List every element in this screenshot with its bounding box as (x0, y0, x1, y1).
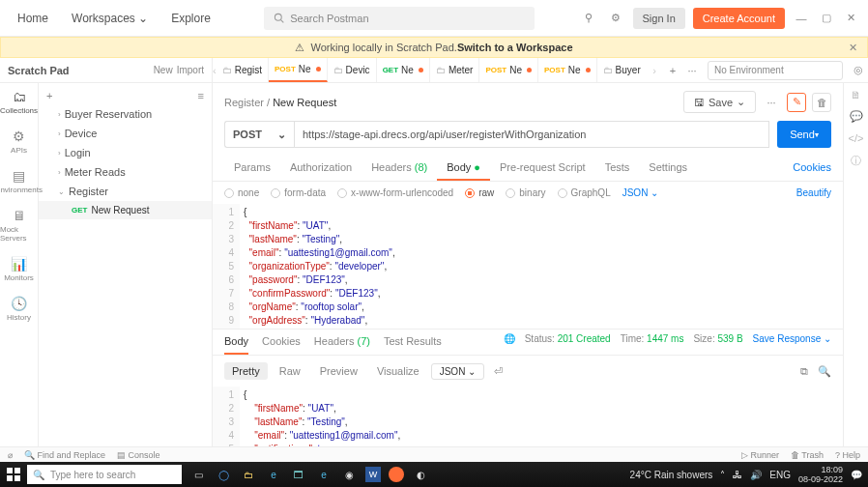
resp-type-select[interactable]: JSON ⌄ (431, 363, 484, 380)
save-response-button[interactable]: Save Response ⌄ (753, 333, 831, 344)
window-minimize[interactable]: — (793, 10, 810, 27)
tb-postman[interactable] (389, 467, 404, 482)
tab-more[interactable]: ··· (682, 61, 702, 80)
tb-edge[interactable]: e (265, 466, 282, 483)
resp-tab-body[interactable]: Body (224, 335, 248, 355)
body-type-select[interactable]: JSON ⌄ (622, 187, 658, 198)
tb-cortana[interactable]: ◯ (215, 466, 232, 483)
trash[interactable]: 🗑 Trash (791, 450, 824, 460)
request-tab[interactable]: 🗀Meter (430, 58, 480, 82)
taskbar-search[interactable]: 🔍Type here to search (27, 465, 182, 484)
settings-icon[interactable]: ⚙ (606, 9, 625, 28)
body-none[interactable]: none (224, 187, 259, 198)
window-close[interactable]: ✕ (843, 10, 860, 27)
beautify-button[interactable]: Beautify (796, 187, 831, 198)
resp-tab-cookies[interactable]: Cookies (262, 335, 301, 355)
tb-app[interactable]: ◐ (412, 466, 429, 483)
clock[interactable]: 18:0908-09-2022 (798, 465, 843, 484)
windows-start[interactable] (0, 468, 27, 481)
tb-explorer[interactable]: 🗀 (240, 466, 257, 483)
tray-up-icon[interactable]: ˄ (720, 470, 725, 480)
request-tab[interactable]: POSTNe (538, 58, 597, 82)
view-visualize[interactable]: Visualize (369, 362, 427, 380)
invite-icon[interactable]: ⚲ (579, 9, 598, 28)
tree-item[interactable]: ›Meter Reads (39, 162, 212, 182)
info-icon[interactable]: ⓘ (851, 154, 861, 168)
more-actions[interactable]: ··· (762, 93, 781, 112)
tray-lang[interactable]: ENG (769, 470, 791, 480)
code-icon[interactable]: </> (849, 132, 864, 144)
body-binary[interactable]: binary (506, 187, 545, 198)
tab-body[interactable]: Body ● (437, 156, 490, 181)
tab-settings[interactable]: Settings (639, 156, 697, 181)
tray-network-icon[interactable]: 🖧 (733, 470, 742, 480)
tree-item[interactable]: ⌄Register (39, 182, 212, 201)
tab-next[interactable]: › (646, 65, 663, 76)
tree-filter-icon[interactable]: ≡ (198, 90, 204, 101)
find-replace[interactable]: 🔍 Find and Replace (24, 450, 105, 460)
response-body-editor[interactable]: 1234567891011 { "firstName": "UAT", "las… (213, 387, 843, 446)
tb-word[interactable]: W (365, 467, 381, 482)
tab-params[interactable]: Params (224, 156, 280, 181)
url-input[interactable] (294, 121, 769, 148)
nav-workspaces[interactable]: Workspaces ⌄ (62, 6, 158, 31)
tab-add[interactable]: + (663, 61, 682, 80)
cookies-link[interactable]: Cookies (793, 161, 831, 173)
sidebar-history[interactable]: 🕓History (7, 296, 31, 322)
weather[interactable]: 24°C Rain showers (630, 470, 713, 480)
sidebar-monitors[interactable]: 📊Monitors (4, 256, 34, 282)
tb-taskview[interactable]: ▭ (189, 466, 207, 483)
request-tab[interactable]: POSTNe (269, 58, 328, 82)
import-button[interactable]: Import (177, 65, 204, 75)
send-button[interactable]: Send ▾ (777, 121, 831, 148)
tree-sub-new-request[interactable]: GET New Request (39, 201, 212, 219)
docs-icon[interactable]: 🗎 (851, 89, 861, 100)
sign-in-button[interactable]: Sign In (633, 8, 685, 29)
runner[interactable]: ▷ Runner (741, 450, 779, 460)
tb-mail[interactable]: 🗖 (290, 466, 307, 483)
env-eye-icon[interactable]: ◎ (849, 61, 868, 80)
sidebar-environments[interactable]: ▤Environments (0, 168, 43, 194)
body-raw[interactable]: raw (465, 187, 494, 198)
copy-icon[interactable]: ⧉ (800, 365, 808, 378)
request-tab[interactable]: 🗀Buyer (597, 58, 646, 82)
sidebar-apis[interactable]: ⚙APIs (11, 129, 27, 155)
tab-headers[interactable]: Headers (8) (362, 156, 437, 181)
tree-item[interactable]: ›Buyer Reservation (39, 104, 212, 124)
notifications-icon[interactable]: 💬 (851, 470, 862, 480)
tree-item[interactable]: ›Device (39, 124, 212, 143)
window-maximize[interactable]: ▢ (818, 10, 835, 27)
search-input[interactable]: Search Postman (264, 7, 535, 30)
sidebar-mock-servers[interactable]: 🖥Mock Servers (0, 208, 38, 243)
tree-item[interactable]: ›Login (39, 143, 212, 162)
environment-select[interactable]: No Environment (708, 61, 843, 80)
tb-ie[interactable]: e (315, 466, 333, 483)
request-tab[interactable]: 🗀Devic (328, 58, 377, 82)
view-pretty[interactable]: Pretty (224, 362, 268, 380)
tab-tests[interactable]: Tests (595, 156, 640, 181)
switch-workspace-link[interactable]: Switch to a Workspace (457, 42, 573, 53)
view-preview[interactable]: Preview (312, 362, 365, 380)
search-response-icon[interactable]: 🔍 (818, 365, 831, 378)
request-tab[interactable]: 🗀Regist (217, 58, 269, 82)
banner-close-icon[interactable]: ✕ (849, 42, 857, 54)
view-raw[interactable]: Raw (272, 362, 308, 380)
sync-icon[interactable]: ⌀ (8, 450, 13, 460)
wrap-icon[interactable]: ⏎ (488, 361, 507, 381)
new-button[interactable]: New (154, 65, 173, 75)
body-urlencoded[interactable]: x-www-form-urlencoded (337, 187, 453, 198)
request-body-editor[interactable]: 1234567891011 { "firstName": "UAT", "las… (213, 204, 843, 329)
sidebar-collections[interactable]: 🗂Collections (0, 89, 38, 115)
edit-icon[interactable]: ✎ (787, 93, 806, 112)
tab-authorization[interactable]: Authorization (280, 156, 362, 181)
tab-prerequest[interactable]: Pre-request Script (490, 156, 595, 181)
nav-explore[interactable]: Explore (161, 6, 220, 31)
tree-add-icon[interactable]: + (46, 90, 52, 101)
request-tab[interactable]: POSTNe (479, 58, 538, 82)
body-formdata[interactable]: form-data (271, 187, 326, 198)
tray-volume-icon[interactable]: 🔊 (750, 470, 762, 480)
nav-home[interactable]: Home (8, 6, 58, 31)
help[interactable]: ? Help (835, 450, 860, 460)
method-select[interactable]: POST⌄ (224, 121, 294, 148)
body-graphql[interactable]: GraphQL (558, 187, 611, 198)
